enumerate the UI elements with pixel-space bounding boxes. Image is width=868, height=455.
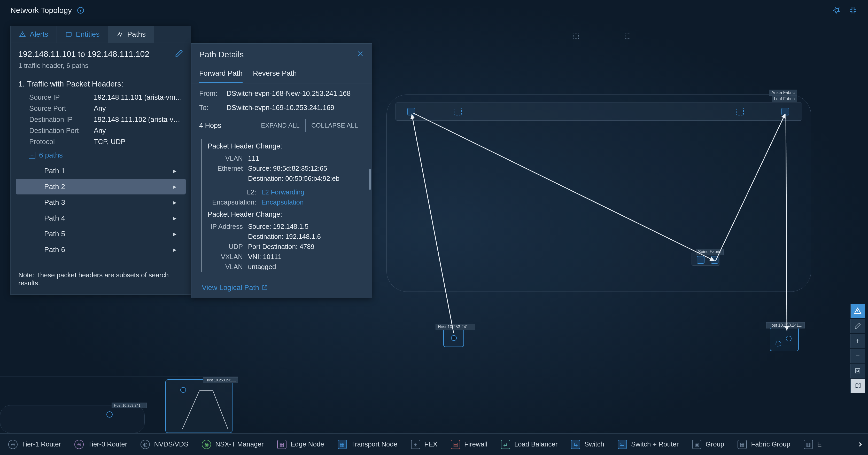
legend-tier0-router: ⊕Tier-0 Router [74, 440, 127, 449]
svg-rect-9 [66, 32, 71, 36]
legend-fabric-group: ▦Fabric Group [738, 440, 790, 449]
path-item-2[interactable]: Path 2▸ [16, 179, 186, 194]
path-item-6[interactable]: Path 6▸ [16, 242, 186, 257]
minimap-fabric [0, 405, 145, 433]
tab-reverse-path[interactable]: Reverse Path [253, 66, 297, 83]
svg-rect-14 [857, 370, 859, 372]
close-icon[interactable] [357, 50, 364, 59]
switch-node[interactable] [454, 108, 462, 116]
switch-node[interactable] [711, 256, 718, 264]
view-logical-path-link[interactable]: View Logical Path [191, 278, 372, 298]
marker-box [625, 34, 630, 39]
marker-box [574, 34, 579, 39]
switch-node[interactable] [736, 108, 744, 116]
svg-rect-13 [855, 368, 860, 373]
manager-icon: ◉ [202, 440, 211, 449]
edge-icon: ▦ [277, 440, 286, 449]
fit-to-screen-button[interactable] [850, 364, 865, 378]
zoom-in-button[interactable]: + [850, 334, 865, 348]
fabric-label: Arista Fabric [769, 90, 797, 96]
host-node[interactable] [451, 335, 457, 341]
spine-fabric-box [691, 252, 720, 266]
entities-icon [65, 31, 72, 38]
packet-header-change-title: Packet Header Change: [208, 207, 364, 222]
scrollbar-thumb[interactable] [369, 169, 371, 190]
legend-nsxt-manager: ◉NSX-T Manager [202, 440, 264, 449]
path-item-5[interactable]: Path 5▸ [16, 226, 186, 242]
host-node[interactable] [786, 336, 792, 342]
zoom-out-button[interactable]: − [850, 349, 865, 363]
lb-icon: ⇄ [501, 440, 510, 449]
path-item-1[interactable]: Path 1▸ [16, 163, 186, 179]
svg-line-17 [213, 391, 228, 429]
tab-alerts[interactable]: Alerts [10, 26, 57, 43]
switch-node[interactable] [697, 256, 705, 264]
legend-transport-node: ▦Transport Node [338, 440, 398, 449]
collapse-all-button[interactable]: COLLAPSE ALL [306, 119, 364, 132]
chevron-right-icon: ▸ [173, 245, 177, 254]
host-box[interactable] [443, 328, 464, 347]
legend-switch-router: ⇆Switch + Router [618, 440, 679, 449]
switch-icon: ⇆ [571, 440, 580, 449]
chevron-right-icon: ▸ [173, 214, 177, 222]
host-box[interactable] [770, 327, 799, 351]
tab-paths[interactable]: Paths [108, 26, 154, 43]
chevron-right-icon: ▸ [173, 167, 177, 175]
minimap-toggle-button[interactable] [850, 379, 865, 393]
chevron-right-icon: ▸ [173, 198, 177, 206]
path-item-4[interactable]: Path 4▸ [16, 210, 186, 226]
path-details-title: Path Details [199, 50, 244, 59]
tab-entities[interactable]: Entities [57, 26, 108, 43]
path-details-panel: Path Details Forward Path Reverse Path F… [191, 43, 372, 298]
kv-row: Source PortAny [10, 103, 191, 114]
ip-dst: Destination: 192.148.1.6 [248, 233, 321, 241]
legend-fex: ⊞FEX [411, 440, 438, 449]
legend-nvds: ◐NVDS/VDS [141, 440, 188, 449]
udp-value: Port Destination: 4789 [248, 243, 314, 251]
expand-all-button[interactable]: EXPAND ALL [255, 119, 306, 132]
encapsulation-link[interactable]: Encapsulation [261, 198, 304, 206]
path-item-3[interactable]: Path 3▸ [16, 194, 186, 210]
switch-node[interactable] [407, 108, 415, 116]
edit-icon[interactable] [175, 49, 183, 59]
vxlan-value: VNI: 10111 [248, 253, 282, 261]
legend-more: ▥E [804, 440, 822, 449]
paths-toggle[interactable]: − 6 paths [10, 148, 191, 163]
hops-count: 4 Hops [199, 122, 221, 130]
paths-panel: Alerts Entities Paths 192.148.11.101 to … [10, 26, 191, 295]
from-value: DSwitch-evpn-168-New-10.253.241.168 [226, 90, 350, 98]
fabric-label: Leaf Fabric [772, 96, 797, 102]
l2-forwarding-link[interactable]: L2 Forwarding [261, 188, 304, 196]
path-query-subline: 1 traffic header, 6 paths [10, 62, 191, 76]
collapse-box-icon: − [29, 152, 35, 159]
fabric-label: Spine Fabric [696, 249, 723, 255]
minimap[interactable]: Host 10.253.241.... Host 10.253.241.... [0, 377, 238, 433]
arista-fabric-box: Arista Fabric Leaf Fabric Spine Fabric [386, 95, 811, 292]
vlan-value: 111 [248, 155, 259, 162]
info-icon[interactable] [76, 6, 85, 15]
legend-tier1-router: ⊕Tier-1 Router [8, 440, 61, 449]
collapse-icon[interactable] [848, 6, 858, 15]
switch-node[interactable] [781, 108, 789, 116]
alerts-toolbar-button[interactable] [850, 304, 865, 318]
host-node[interactable] [776, 341, 781, 347]
legend-scroll-right[interactable] [855, 439, 865, 450]
legend-load-balancer: ⇄Load Balancer [501, 440, 558, 449]
minimap-viewport[interactable]: Host 10.253.241.... [165, 379, 232, 433]
vlan2-value: untagged [248, 263, 276, 271]
svg-line-6 [786, 114, 787, 330]
host-label: Host 10.253.241... [766, 322, 805, 328]
legend-group: ▣Group [692, 440, 724, 449]
kv-row: Source IP192.148.11.101 (arista-vm1-... [10, 92, 191, 103]
kv-row: Destination PortAny [10, 125, 191, 136]
packet-header-change-title: Packet Header Change: [208, 139, 364, 153]
minimap-node [180, 387, 186, 393]
minimap-host-label: Host 10.253.241.... [112, 402, 147, 408]
transport-icon: ▦ [338, 440, 347, 449]
fex-icon: ⊞ [411, 440, 420, 449]
edit-toolbar-button[interactable] [850, 319, 865, 333]
switch-router-icon: ⇆ [618, 440, 627, 449]
pin-icon[interactable] [832, 6, 841, 15]
paths-icon [116, 31, 123, 38]
tab-forward-path[interactable]: Forward Path [199, 66, 243, 83]
